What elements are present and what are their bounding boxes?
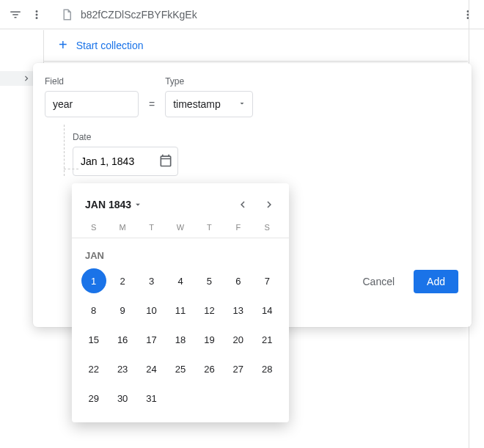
calendar-day[interactable]: 30 (108, 386, 136, 411)
calendar-day[interactable]: 27 (224, 356, 252, 381)
doc-id: b82fCZDlSczFBYFkKgEk (81, 9, 197, 21)
calendar-day[interactable]: 20 (224, 327, 252, 352)
calendar-day[interactable]: 7 (253, 268, 282, 293)
topbar: b82fCZDlSczFBYFkKgEk (0, 0, 484, 29)
calendar-day[interactable]: 21 (253, 327, 282, 352)
field-label: Field (45, 76, 139, 87)
calendar-icon[interactable] (158, 153, 173, 170)
calendar-day[interactable]: 16 (108, 327, 136, 352)
calendar-day[interactable]: 14 (253, 298, 282, 323)
doc-more-vert-icon[interactable] (458, 4, 478, 25)
calendar-month-label: JAN (72, 238, 289, 265)
calendar-day[interactable]: 4 (166, 268, 194, 293)
next-month-button[interactable] (258, 194, 280, 216)
cancel-button[interactable]: Cancel (356, 271, 400, 292)
field-name-input[interactable] (45, 91, 139, 117)
calendar-day[interactable]: 17 (137, 327, 166, 352)
prev-month-button[interactable] (232, 194, 254, 216)
calendar-day[interactable]: 9 (108, 298, 136, 323)
start-collection-label: Start collection (76, 40, 144, 51)
caret-down-icon (133, 199, 143, 210)
calendar-day[interactable]: 1 (81, 268, 106, 293)
calendar-day[interactable]: 10 (137, 298, 166, 323)
calendar-day[interactable]: 6 (224, 268, 252, 293)
more-vert-icon[interactable] (27, 4, 45, 25)
calendar-day[interactable]: 15 (79, 327, 108, 352)
date-label: Date (73, 132, 460, 142)
calendar-day[interactable]: 13 (224, 298, 252, 323)
dow-label: W (166, 223, 194, 232)
type-value: timestamp (173, 98, 221, 110)
calendar-day[interactable]: 31 (137, 386, 166, 411)
start-collection-button[interactable]: + Start collection (44, 29, 468, 62)
calendar-day[interactable]: 5 (195, 268, 224, 293)
tree-line (64, 169, 78, 169)
dow-label: T (137, 223, 166, 232)
caret-down-icon (238, 98, 246, 110)
type-label: Type (165, 76, 253, 87)
calendar-day[interactable]: 29 (79, 386, 108, 411)
day-of-week-row: SMTWTFS (72, 221, 289, 238)
calendar-day[interactable]: 24 (137, 356, 166, 381)
calendar-day[interactable]: 23 (108, 356, 136, 381)
equals-sign: = (147, 91, 156, 117)
add-button[interactable]: Add (414, 270, 458, 293)
document-icon (60, 8, 73, 21)
month-year-button[interactable]: JAN 1843 (85, 199, 143, 210)
filter-icon[interactable] (6, 4, 24, 25)
calendar-grid: 1234567891011121314151617181920212223242… (72, 265, 289, 414)
dow-label: T (195, 223, 224, 232)
calendar-day[interactable]: 19 (195, 327, 224, 352)
calendar-day[interactable]: 8 (79, 298, 108, 323)
dow-label: S (253, 223, 282, 232)
calendar-day[interactable]: 2 (108, 268, 136, 293)
datepicker: JAN 1843 SMTWTFS JAN 1234567891011121314… (72, 183, 289, 422)
plus-icon: + (59, 37, 67, 54)
dow-label: M (108, 223, 136, 232)
calendar-day[interactable]: 28 (253, 356, 282, 381)
calendar-day[interactable]: 11 (166, 298, 194, 323)
date-input[interactable] (73, 147, 178, 176)
calendar-day[interactable]: 3 (137, 268, 166, 293)
calendar-day[interactable]: 12 (195, 298, 224, 323)
calendar-day[interactable]: 22 (79, 356, 108, 381)
date-text-input[interactable] (81, 155, 154, 167)
calendar-day[interactable]: 26 (195, 356, 224, 381)
dow-label: F (224, 223, 252, 232)
month-year-label: JAN 1843 (85, 199, 131, 210)
calendar-day[interactable]: 18 (166, 327, 194, 352)
calendar-day[interactable]: 25 (166, 356, 194, 381)
dow-label: S (79, 223, 108, 232)
type-select[interactable]: timestamp (165, 91, 253, 117)
